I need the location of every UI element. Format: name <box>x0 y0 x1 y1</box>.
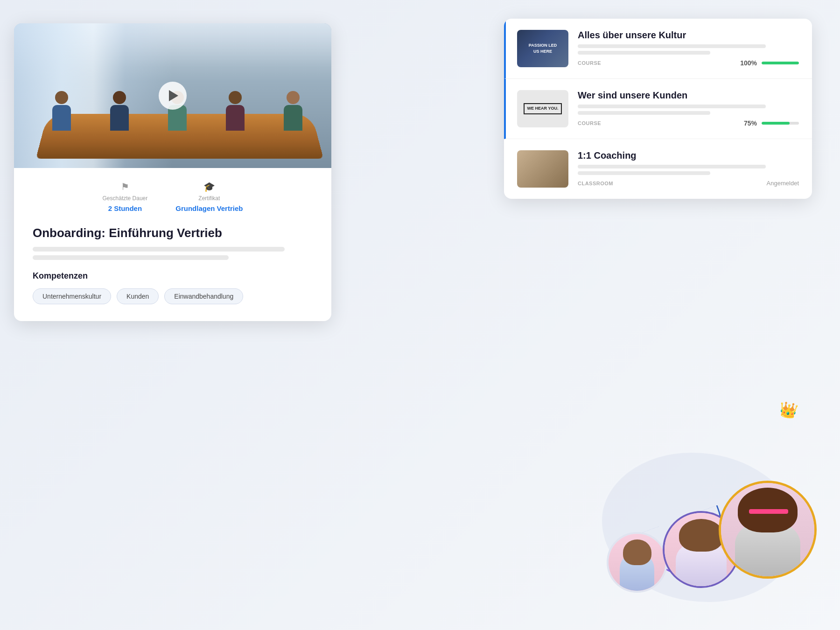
course-footer-1: COURSE 100% <box>578 59 799 67</box>
tag-einwandbehandlung[interactable]: Einwandbehandlung <box>164 288 243 304</box>
head <box>113 91 126 104</box>
person-2 <box>110 91 129 131</box>
body <box>110 105 129 131</box>
course-item-2[interactable]: WE HEAR YOU. Wer sind unsere Kunden COUR… <box>504 79 812 139</box>
duration-meta: ⚑ Geschätzte Dauer 2 Stunden <box>103 181 148 212</box>
course-footer-3: CLASSROOM Angemeldet <box>578 180 799 187</box>
desc-line-2 <box>33 255 229 260</box>
course-detail-card: ⚑ Geschätzte Dauer 2 Stunden 🎓 Zertifika… <box>14 23 331 321</box>
body <box>52 105 71 131</box>
kompetenzen-heading: Kompetenzen <box>33 271 313 281</box>
stairs-thumbnail <box>517 150 568 188</box>
head <box>229 91 242 104</box>
avatar-large-person <box>721 483 814 576</box>
tag-kunden[interactable]: Kunden <box>117 288 159 304</box>
cert-value: Grundlagen Vertrieb <box>175 204 243 212</box>
c-line-2 <box>578 51 710 55</box>
course-item-3[interactable]: 1:1 Coaching CLASSROOM Angemeldet <box>504 139 812 199</box>
meta-row: ⚑ Geschätzte Dauer 2 Stunden 🎓 Zertifika… <box>33 181 313 212</box>
progress-fill-2 <box>762 122 790 125</box>
avatar-large <box>719 481 817 579</box>
course-desc-1 <box>578 44 799 55</box>
progress-bar-2 <box>762 122 799 125</box>
progress-pct-1: 100% <box>740 59 757 67</box>
scene: ⚑ Geschätzte Dauer 2 Stunden 🎓 Zertifika… <box>0 0 840 630</box>
play-button[interactable] <box>159 82 187 110</box>
c-line-4 <box>578 111 710 115</box>
course-name-3: 1:1 Coaching <box>578 150 799 161</box>
skills-tags: Unternehmenskultur Kunden Einwandbehandl… <box>33 288 313 304</box>
culture-thumbnail <box>517 30 568 67</box>
course-type-1: COURSE <box>578 60 601 66</box>
course-info-2: Wer sind unsere Kunden COURSE 75% <box>578 90 799 127</box>
meeting-background <box>14 23 331 168</box>
cert-meta: 🎓 Zertifikat Grundlagen Vertrieb <box>175 181 243 212</box>
person-1 <box>52 91 71 131</box>
cert-label: Zertifikat <box>198 195 220 202</box>
course-list-card: Alles über unsere Kultur COURSE 100% <box>504 19 812 199</box>
crown-icon: 👑 <box>778 400 799 420</box>
course-info-3: 1:1 Coaching CLASSROOM Angemeldet <box>578 150 799 187</box>
course-type-2: COURSE <box>578 120 601 126</box>
course-hero-image <box>14 23 331 168</box>
avatar-small-person <box>609 534 665 591</box>
course-title: Onboarding: Einführung Vertrieb <box>33 225 313 241</box>
certificate-icon: 🎓 <box>203 181 215 192</box>
course-item-1[interactable]: Alles über unsere Kultur COURSE 100% <box>504 19 812 79</box>
course-footer-2: COURSE 75% <box>578 119 799 127</box>
head <box>287 91 300 104</box>
course-info-1: Alles über unsere Kultur COURSE 100% <box>578 30 799 67</box>
course-name-1: Alles über unsere Kultur <box>578 30 799 41</box>
desc-line-1 <box>33 247 285 252</box>
course-name-2: Wer sind unsere Kunden <box>578 90 799 101</box>
duration-label: Geschätzte Dauer <box>103 195 148 202</box>
progress-2: 75% <box>744 119 799 127</box>
avatar-small <box>607 532 667 593</box>
we-hear-you-text: WE HEAR YOU. <box>524 103 562 114</box>
course-thumb-3 <box>517 150 568 188</box>
flag-icon: ⚑ <box>121 181 129 192</box>
duration-value: 2 Stunden <box>108 204 142 212</box>
person-5 <box>284 91 302 131</box>
progress-1: 100% <box>740 59 799 67</box>
head <box>55 91 68 104</box>
body <box>226 105 245 131</box>
course-body: ⚑ Geschätzte Dauer 2 Stunden 🎓 Zertifika… <box>14 168 331 321</box>
glasses-decoration <box>749 509 788 514</box>
avatars-card: 👑 <box>588 406 821 602</box>
course-thumb-2: WE HEAR YOU. <box>517 90 568 127</box>
course-type-3: CLASSROOM <box>578 181 613 186</box>
progress-bar-1 <box>762 62 799 64</box>
course-desc-2 <box>578 105 799 115</box>
c-line-1 <box>578 44 766 48</box>
c-line-5 <box>578 165 766 168</box>
course-description <box>33 247 313 260</box>
c-line-3 <box>578 105 766 108</box>
person-4 <box>226 91 245 131</box>
tag-unternehmenskultur[interactable]: Unternehmenskultur <box>33 288 111 304</box>
course-desc-3 <box>578 165 799 175</box>
body <box>284 105 302 131</box>
play-icon <box>169 90 178 101</box>
course-thumb-1 <box>517 30 568 67</box>
c-line-6 <box>578 171 710 175</box>
hear-thumbnail: WE HEAR YOU. <box>517 90 568 127</box>
progress-fill-1 <box>762 62 799 64</box>
progress-pct-2: 75% <box>744 119 757 127</box>
angemeldet-badge: Angemeldet <box>767 180 799 187</box>
